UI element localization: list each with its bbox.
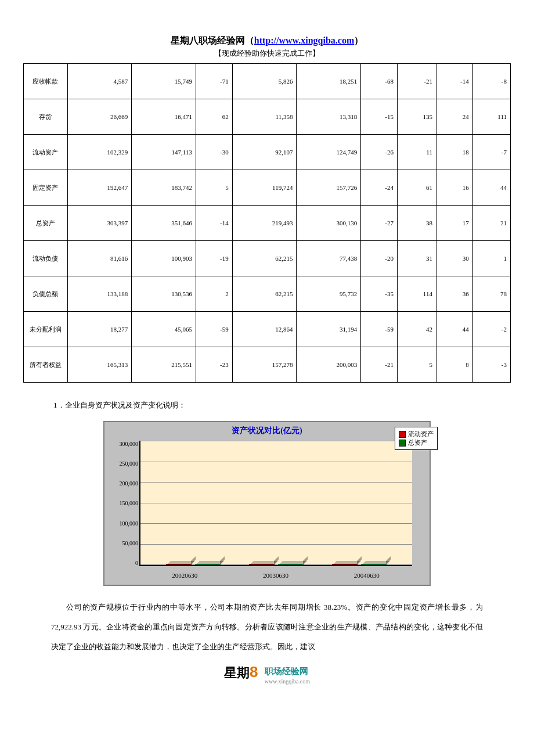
cell: -3 — [472, 347, 510, 383]
cell: 95,732 — [297, 276, 361, 312]
cell: 102,329 — [67, 135, 132, 170]
chart-container: 资产状况对比(亿元) 流动资产 总资产 050,000100,000150,00… — [23, 421, 511, 586]
chart-title: 资产状况对比(亿元) — [232, 426, 302, 436]
cell: -27 — [361, 206, 398, 241]
section-1-title: 1．企业自身资产状况及资产变化说明： — [53, 400, 511, 411]
cell: 16,471 — [132, 99, 196, 135]
table-row: 未分配利润18,27745,065-5912,86431,194-594244-… — [24, 312, 511, 347]
legend-item-2: 总资产 — [399, 438, 434, 447]
cell: 31 — [397, 241, 436, 276]
cell: 45,065 — [132, 312, 196, 347]
page-header: 星期八职场经验网（http://www.xingqiba.com） 【现成经验助… — [23, 35, 511, 59]
cell: 5,826 — [232, 64, 297, 99]
cell: -14 — [196, 206, 232, 241]
cell: 303,397 — [67, 206, 132, 241]
analysis-paragraph: 公司的资产规模位于行业内的中等水平，公司本期的资产比去年同期增长 38.23%。… — [51, 597, 483, 656]
cell: 1 — [472, 241, 510, 276]
cell: 78 — [472, 276, 510, 312]
cell: 21 — [472, 206, 510, 241]
cell: -26 — [361, 135, 398, 170]
cell: 165,313 — [67, 347, 132, 383]
y-tick-label: 250,000 — [108, 460, 138, 467]
cell: 192,647 — [67, 170, 132, 206]
cell: 44 — [436, 312, 472, 347]
chart-legend: 流动资产 总资产 — [395, 427, 438, 450]
cell: 38 — [397, 206, 436, 241]
cell: 13,318 — [297, 99, 361, 135]
cell: 42 — [397, 312, 436, 347]
swatch-icon — [399, 431, 406, 438]
row-label: 总资产 — [24, 206, 68, 241]
cell: 62,215 — [232, 276, 297, 312]
cell: 15,749 — [132, 64, 196, 99]
cell: -68 — [361, 64, 398, 99]
cell: 351,646 — [132, 206, 196, 241]
cell: 300,130 — [297, 206, 361, 241]
table-row: 所有者权益165,313215,551-23157,278200,003-215… — [24, 347, 511, 383]
cell: -59 — [361, 312, 398, 347]
table-row: 流动资产102,329147,113-3092,107124,749-26111… — [24, 135, 511, 170]
cell: 18 — [436, 135, 472, 170]
cell: 77,438 — [297, 241, 361, 276]
cell: 24 — [436, 99, 472, 135]
cell: -7 — [472, 135, 510, 170]
cell: 147,113 — [132, 135, 196, 170]
chart-plot-area — [139, 441, 412, 566]
cell: 157,278 — [232, 347, 297, 383]
cell: 100,903 — [132, 241, 196, 276]
row-label: 应收帐款 — [24, 64, 68, 99]
row-label: 未分配利润 — [24, 312, 68, 347]
cell: 81,616 — [67, 241, 132, 276]
table-row: 总资产303,397351,646-14219,493300,130-27381… — [24, 206, 511, 241]
cell: 36 — [436, 276, 472, 312]
bar — [166, 564, 192, 565]
cell: 62,215 — [232, 241, 297, 276]
cell: -14 — [436, 64, 472, 99]
table-row: 固定资产192,647183,7425119,724157,726-246116… — [24, 170, 511, 206]
cell: 133,188 — [67, 276, 132, 312]
cell: 119,724 — [232, 170, 297, 206]
cell: -21 — [361, 347, 398, 383]
cell: -24 — [361, 170, 398, 206]
cell: 18,251 — [297, 64, 361, 99]
logo-eight-icon: 8 — [250, 663, 258, 681]
x-tick-label: 20040630 — [354, 572, 380, 579]
row-label: 流动资产 — [24, 135, 68, 170]
y-tick-label: 200,000 — [108, 480, 138, 487]
cell: 183,742 — [132, 170, 196, 206]
legend-label: 总资产 — [408, 438, 427, 447]
cell: -8 — [472, 64, 510, 99]
cell: 26,669 — [67, 99, 132, 135]
cell: -35 — [361, 276, 398, 312]
header-sub: 【现成经验助你快速完成工作】 — [23, 48, 511, 59]
table-row: 负债总额133,188130,536262,21595,732-35114367… — [24, 276, 511, 312]
bar — [195, 564, 221, 565]
header-prefix: 星期八职场经验网（ — [171, 35, 254, 45]
header-link[interactable]: http://www.xingqiba.com — [254, 35, 354, 45]
cell: 135 — [397, 99, 436, 135]
swatch-icon — [399, 440, 406, 447]
cell: -21 — [397, 64, 436, 99]
cell: 18,277 — [67, 312, 132, 347]
row-label: 所有者权益 — [24, 347, 68, 383]
cell: -59 — [196, 312, 232, 347]
cell: -23 — [196, 347, 232, 383]
cell: 12,864 — [232, 312, 297, 347]
cell: 44 — [472, 170, 510, 206]
page-title: 星期八职场经验网（http://www.xingqiba.com） — [23, 35, 511, 47]
y-tick-label: 100,000 — [108, 520, 138, 527]
cell: 5 — [397, 347, 436, 383]
bar-group — [249, 564, 304, 565]
cell: 61 — [397, 170, 436, 206]
y-tick-label: 50,000 — [108, 540, 138, 546]
chart-bars — [140, 441, 412, 565]
y-tick-label: 150,000 — [108, 500, 138, 506]
y-tick-label: 0 — [108, 560, 138, 566]
cell: 200,003 — [297, 347, 361, 383]
cell: 114 — [397, 276, 436, 312]
cell: 16 — [436, 170, 472, 206]
y-tick-label: 300,000 — [108, 441, 138, 447]
header-suffix: ） — [354, 35, 363, 45]
asset-comparison-chart: 资产状况对比(亿元) 流动资产 总资产 050,000100,000150,00… — [103, 421, 431, 586]
x-tick-label: 20030630 — [263, 572, 288, 579]
